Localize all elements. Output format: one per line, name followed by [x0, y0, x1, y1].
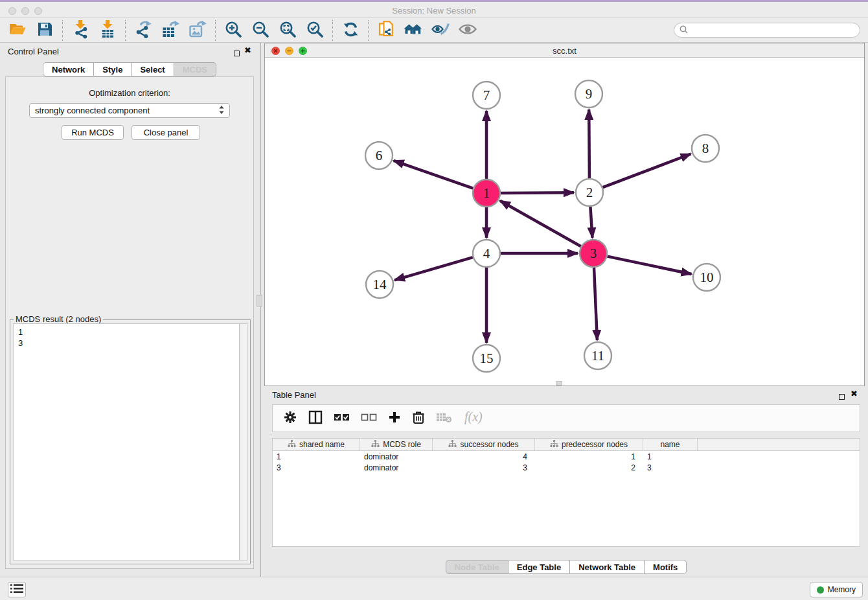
graph-node-14[interactable]: 14: [366, 271, 393, 298]
column-header-shared-name[interactable]: shared name: [273, 439, 360, 450]
edge-1-6[interactable]: [394, 161, 474, 189]
export-image-icon: [189, 21, 207, 40]
close-panel-button[interactable]: Close panel: [131, 125, 200, 140]
table-cell[interactable]: 1: [273, 452, 360, 461]
run-mcds-button[interactable]: Run MCDS: [62, 125, 124, 140]
edge-3-1[interactable]: [500, 201, 581, 246]
delete-button[interactable]: [412, 410, 425, 426]
edge-3-11[interactable]: [594, 268, 597, 340]
edge-2-8[interactable]: [603, 154, 691, 188]
edge-4-14[interactable]: [394, 257, 473, 280]
table-cell[interactable]: 4: [433, 452, 535, 461]
graph-node-3[interactable]: 3: [580, 240, 607, 267]
export-network-button[interactable]: [130, 19, 157, 41]
graph-node-6[interactable]: 6: [365, 142, 393, 169]
split-panel-icon: [308, 410, 323, 426]
column-header-predecessor-nodes[interactable]: predecessor nodes: [535, 439, 643, 450]
split-panel-button[interactable]: [308, 410, 323, 426]
deselect-all-button[interactable]: [361, 411, 377, 425]
criterion-dropdown[interactable]: strongly connected component: [29, 103, 230, 118]
graph-node-9[interactable]: 9: [575, 80, 602, 108]
edge-2-3[interactable]: [590, 207, 592, 238]
table-cell[interactable]: 2: [535, 463, 643, 472]
edge-1-2[interactable]: [501, 192, 574, 193]
table-row[interactable]: 3dominator323: [273, 462, 860, 473]
session-title: Session: New Session: [0, 6, 868, 16]
table-float-panel-icon[interactable]: [839, 391, 845, 402]
show-all-icon: [459, 23, 477, 38]
column-header-successor-nodes[interactable]: successor nodes: [433, 439, 535, 450]
tab-network-table[interactable]: Network Table: [570, 560, 645, 574]
network-window-titlebar[interactable]: scc.txt: [265, 43, 864, 58]
graph-node-11[interactable]: 11: [584, 342, 611, 369]
add-button[interactable]: [388, 411, 401, 426]
graph-node-8[interactable]: 8: [692, 135, 719, 162]
import-table-button[interactable]: [94, 19, 121, 41]
zoom-fit-button[interactable]: [274, 19, 301, 41]
import-network-button[interactable]: [67, 19, 94, 41]
clone-network-button[interactable]: [372, 19, 400, 41]
zoom-out-icon: [252, 21, 269, 40]
table-cell[interactable]: 1: [535, 452, 643, 461]
graph-node-4[interactable]: 4: [473, 240, 500, 267]
select-all-button[interactable]: [334, 411, 350, 425]
edge-3-10[interactable]: [608, 257, 692, 274]
table-cell[interactable]: 3: [433, 463, 535, 472]
apply-layout-button[interactable]: [337, 19, 364, 41]
zoom-out-button[interactable]: [247, 19, 274, 41]
float-panel-icon[interactable]: [234, 47, 240, 59]
hide-selected-button[interactable]: [427, 19, 454, 41]
first-neighbors-button[interactable]: [400, 19, 427, 41]
zoom-in-button[interactable]: [220, 19, 247, 41]
tab-motifs[interactable]: Motifs: [645, 560, 687, 574]
export-image-button[interactable]: [184, 19, 211, 41]
tab-select[interactable]: Select: [131, 62, 174, 76]
attribute-icon: [288, 440, 296, 450]
toolbar-separator: [368, 20, 369, 41]
table-cell[interactable]: 3: [273, 463, 360, 472]
task-history-button[interactable]: [8, 582, 26, 597]
column-header-name[interactable]: name: [643, 439, 698, 450]
network-canvas[interactable]: 7968124314101511: [265, 58, 864, 386]
table-cell[interactable]: dominator: [360, 452, 433, 461]
graph-node-2[interactable]: 2: [576, 179, 603, 206]
mcds-result-item[interactable]: 1: [18, 327, 234, 338]
main-toolbar: [0, 18, 868, 43]
table-row[interactable]: 1dominator411: [273, 451, 860, 462]
edge-2-9[interactable]: [589, 110, 589, 178]
memory-status-icon: [817, 586, 824, 594]
search-box[interactable]: [674, 23, 860, 38]
memory-button[interactable]: Memory: [810, 582, 863, 597]
search-input[interactable]: [691, 25, 860, 36]
graph-node-7[interactable]: 7: [473, 82, 500, 109]
table-cell[interactable]: dominator: [360, 463, 433, 472]
splitter-grip[interactable]: [556, 381, 562, 386]
tab-style[interactable]: Style: [94, 62, 131, 76]
panel-divider[interactable]: [260, 43, 261, 577]
node-label: 6: [376, 148, 383, 163]
mcds-result-scrollbar[interactable]: [240, 323, 247, 560]
zoom-selected-button[interactable]: [301, 19, 328, 41]
open-file-button[interactable]: [4, 19, 31, 41]
graph-node-1[interactable]: 1: [473, 179, 500, 207]
table-close-panel-icon[interactable]: ✖: [851, 391, 858, 397]
settings-gear-button[interactable]: [283, 410, 297, 426]
tab-mcds[interactable]: MCDS: [174, 62, 216, 76]
tab-node-table[interactable]: Node Table: [446, 560, 508, 574]
save-session-button[interactable]: [31, 19, 58, 41]
export-table-button[interactable]: [157, 19, 184, 41]
table-cell[interactable]: 3: [643, 463, 698, 472]
zoom-fit-icon: [279, 21, 296, 40]
table-cell[interactable]: 1: [643, 452, 698, 461]
mcds-result-item[interactable]: 3: [18, 338, 234, 349]
mcds-result-list[interactable]: 13: [13, 323, 240, 560]
graph-node-10[interactable]: 10: [693, 264, 720, 291]
tab-edge-table[interactable]: Edge Table: [508, 560, 570, 574]
panel-divider-grip[interactable]: [257, 295, 262, 306]
column-header-MCDS-role[interactable]: MCDS role: [360, 439, 433, 450]
close-panel-icon[interactable]: ✖: [244, 47, 251, 53]
graph-node-15[interactable]: 15: [473, 345, 500, 372]
tab-network[interactable]: Network: [43, 62, 94, 76]
show-all-button[interactable]: [454, 19, 481, 41]
network-graph[interactable]: 7968124314101511: [265, 58, 864, 386]
